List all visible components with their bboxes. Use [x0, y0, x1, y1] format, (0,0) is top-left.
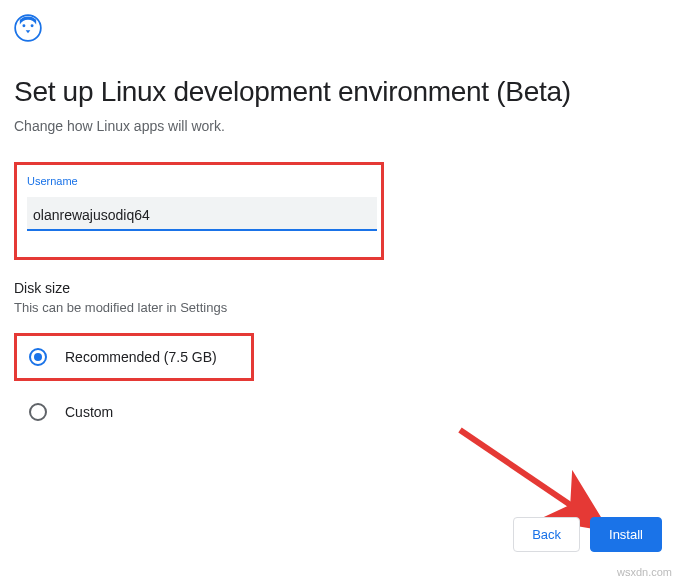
disk-size-options: Recommended (7.5 GB) Custom	[14, 333, 254, 431]
disk-option-custom[interactable]: Custom	[14, 393, 254, 431]
svg-line-3	[460, 430, 600, 525]
radio-unchecked-icon	[29, 403, 47, 421]
watermark: wsxdn.com	[617, 566, 672, 578]
page-title: Set up Linux development environment (Be…	[14, 76, 666, 108]
disk-size-hint: This can be modified later in Settings	[14, 300, 666, 315]
radio-label-custom: Custom	[65, 404, 113, 420]
username-label: Username	[27, 175, 371, 187]
page-subtitle: Change how Linux apps will work.	[14, 118, 666, 134]
radio-label-recommended: Recommended (7.5 GB)	[65, 349, 217, 365]
install-button[interactable]: Install	[590, 517, 662, 552]
back-button[interactable]: Back	[513, 517, 580, 552]
username-input[interactable]	[27, 197, 377, 231]
svg-point-2	[31, 24, 34, 27]
footer-buttons: Back Install	[513, 517, 662, 552]
radio-checked-icon	[29, 348, 47, 366]
svg-point-1	[22, 24, 25, 27]
disk-option-recommended[interactable]: Recommended (7.5 GB)	[14, 333, 254, 381]
disk-size-label: Disk size	[14, 280, 666, 296]
penguin-icon	[14, 14, 42, 42]
username-section: Username	[14, 162, 384, 260]
